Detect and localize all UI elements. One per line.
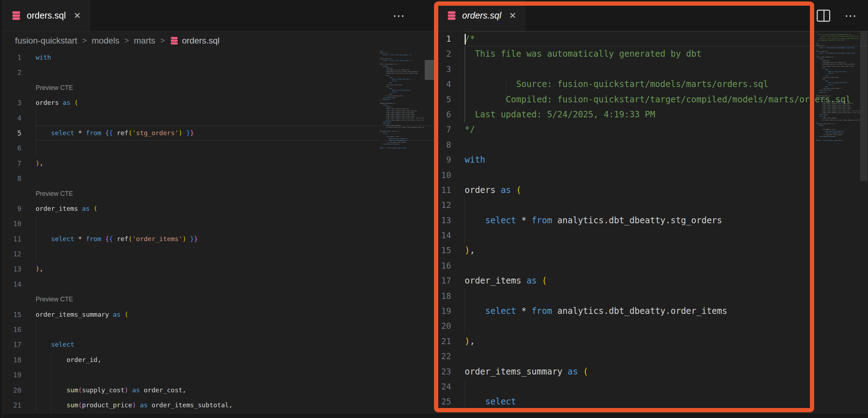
code-token: as bbox=[501, 185, 511, 195]
code-line[interactable]: Preview CTE bbox=[3, 186, 434, 201]
code-line[interactable]: 11orders as ( bbox=[434, 183, 868, 198]
code-token: from bbox=[86, 235, 101, 243]
code-line[interactable]: 13 select * from analytics.dbt_dbeatty.s… bbox=[434, 213, 868, 228]
code-line[interactable]: 2 This file was automatically generated … bbox=[434, 46, 868, 61]
breadcrumb-item-file[interactable]: orders.sql bbox=[170, 36, 219, 46]
code-token: ( bbox=[124, 311, 128, 318]
line-number: 11 bbox=[3, 231, 21, 246]
codelens-label[interactable]: Preview CTE bbox=[36, 84, 73, 91]
code-line[interactable]: 5 select * from {{ ref('stg_orders') }} bbox=[3, 126, 434, 141]
code-line[interactable]: 18 bbox=[434, 289, 868, 304]
code-line[interactable]: Preview CTE bbox=[3, 292, 434, 307]
code-line[interactable]: Preview CTE bbox=[3, 80, 434, 95]
code-editor-right[interactable]: 1/*2 This file was automatically generat… bbox=[434, 31, 868, 409]
code-line[interactable]: 13), bbox=[3, 261, 434, 276]
code-line[interactable]: 14 bbox=[3, 277, 434, 292]
vertical-scrollbar-right[interactable] bbox=[860, 31, 867, 181]
code-line[interactable]: 10 bbox=[434, 168, 868, 183]
code-line[interactable]: 5 Compiled: fusion-quickstart/target/com… bbox=[434, 92, 868, 107]
code-line[interactable]: 4 bbox=[3, 111, 434, 126]
code-token: order_items bbox=[465, 276, 526, 286]
code-line[interactable]: 20 sum(supply_cost) as order_cost, bbox=[3, 383, 434, 398]
code-token: * bbox=[78, 235, 82, 243]
code-line[interactable]: 7*/ bbox=[434, 122, 868, 137]
code-text: order_items as ( bbox=[36, 201, 434, 216]
line-number bbox=[3, 80, 21, 95]
code-line[interactable]: 1with bbox=[3, 50, 434, 65]
code-line[interactable]: 2 bbox=[3, 65, 434, 80]
code-line[interactable]: 6 Last updated: 5/24/2025, 4:19:33 PM bbox=[434, 107, 868, 122]
code-token bbox=[128, 386, 132, 394]
code-token bbox=[71, 99, 74, 106]
indent-guide bbox=[506, 77, 506, 92]
indent-guide bbox=[36, 216, 36, 231]
split-editor-icon[interactable] bbox=[817, 10, 830, 22]
code-line[interactable]: 20 bbox=[434, 318, 868, 333]
code-line[interactable]: 12 bbox=[3, 246, 434, 261]
tab-orders-sql-left[interactable]: orders.sql ✕ bbox=[3, 0, 90, 31]
code-text: select * from analytics.dbt_dbeatty.orde… bbox=[465, 304, 868, 318]
line-number: 23 bbox=[434, 364, 451, 379]
more-actions-icon[interactable]: ⋯ bbox=[844, 10, 858, 22]
code-token: } bbox=[186, 129, 190, 137]
line-number: 6 bbox=[3, 141, 21, 156]
code-line[interactable]: 17order_items as ( bbox=[434, 273, 868, 288]
indent-guide bbox=[51, 367, 51, 382]
close-icon[interactable]: ✕ bbox=[509, 11, 516, 21]
code-line[interactable]: 19 bbox=[3, 367, 434, 382]
minimap-left[interactable]: withorders as ( select * from {{ ref('st… bbox=[380, 51, 427, 168]
code-line[interactable]: 15), bbox=[434, 243, 868, 258]
code-line[interactable]: 9with bbox=[434, 152, 868, 167]
code-line[interactable]: 22 bbox=[434, 349, 868, 364]
more-actions-icon[interactable]: ⋯ bbox=[393, 10, 406, 22]
code-line[interactable]: 1/* bbox=[434, 31, 868, 46]
code-line[interactable]: 12 bbox=[434, 198, 868, 213]
code-token: sum bbox=[67, 401, 78, 409]
code-line[interactable]: 25 select bbox=[434, 394, 868, 409]
code-line[interactable]: 7), bbox=[3, 156, 434, 171]
code-line[interactable]: 17 select bbox=[3, 337, 434, 352]
code-line[interactable]: 15order_items_summary as ( bbox=[3, 307, 434, 322]
code-line[interactable]: 23order_items_summary as ( bbox=[434, 364, 868, 379]
code-line[interactable]: 19 select * from analytics.dbt_dbeatty.o… bbox=[434, 304, 868, 318]
code-line[interactable]: 11 select * from {{ ref('order_items') }… bbox=[3, 231, 434, 246]
codelens[interactable]: Preview CTE bbox=[36, 186, 434, 201]
code-line[interactable]: 8 bbox=[434, 137, 868, 152]
code-text: select * from {{ ref('order_items') }} bbox=[36, 231, 434, 246]
code-line[interactable]: 10 bbox=[3, 216, 434, 231]
breadcrumb-item-marts[interactable]: marts bbox=[134, 36, 155, 46]
code-line[interactable]: 18 order_id, bbox=[3, 352, 434, 367]
code-token bbox=[182, 129, 186, 137]
code-line[interactable]: 3 bbox=[434, 62, 868, 77]
code-line[interactable]: 6 bbox=[3, 141, 434, 156]
code-line[interactable]: 8 bbox=[3, 171, 434, 186]
indent-guide bbox=[465, 198, 465, 213]
line-number: 14 bbox=[3, 277, 21, 292]
code-text: sum(product_price) as order_items_subtot… bbox=[36, 398, 434, 413]
code-line[interactable]: 9order_items as ( bbox=[3, 201, 434, 216]
window-left-edge bbox=[0, 0, 3, 418]
code-line[interactable]: 21 sum(product_price) as order_items_sub… bbox=[3, 398, 434, 413]
code-line[interactable]: 14 bbox=[434, 228, 868, 243]
code-text bbox=[465, 258, 868, 273]
codelens-label[interactable]: Preview CTE bbox=[36, 190, 73, 197]
code-line[interactable]: 3orders as ( bbox=[3, 95, 434, 110]
tab-orders-sql-right[interactable]: orders.sql ✕ bbox=[438, 0, 525, 31]
codelens[interactable]: Preview CTE bbox=[36, 292, 434, 307]
code-line[interactable]: 24 bbox=[434, 379, 868, 394]
breadcrumb-item-models[interactable]: models bbox=[92, 36, 119, 46]
code-line[interactable]: 16 bbox=[3, 322, 434, 337]
line-number: 1 bbox=[3, 50, 21, 65]
code-line[interactable]: 21), bbox=[434, 334, 868, 349]
vertical-scrollbar-left[interactable] bbox=[425, 60, 434, 80]
minimap-right[interactable]: /* This file was automatically generated… bbox=[816, 32, 863, 196]
code-text bbox=[465, 228, 868, 243]
code-editor-left[interactable]: 1with2Preview CTE3orders as (45 select *… bbox=[3, 50, 434, 413]
breadcrumb-item-project[interactable]: fusion-quickstart bbox=[15, 36, 77, 46]
close-icon[interactable]: ✕ bbox=[74, 11, 81, 21]
codelens-label[interactable]: Preview CTE bbox=[36, 296, 73, 303]
code-line[interactable]: 4 Source: fusion-quickstart/models/marts… bbox=[434, 77, 868, 92]
codelens[interactable]: Preview CTE bbox=[36, 80, 434, 95]
line-number bbox=[3, 186, 21, 201]
code-line[interactable]: 16 bbox=[434, 258, 868, 273]
